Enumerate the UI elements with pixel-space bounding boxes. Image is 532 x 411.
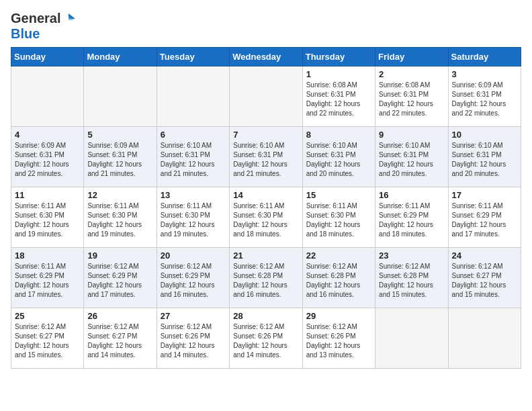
- day-info: Sunrise: 6:12 AM Sunset: 6:28 PM Dayligh…: [233, 262, 298, 300]
- calendar-cell: [448, 308, 521, 369]
- page-header: General Blue: [11, 11, 521, 42]
- day-number: 4: [15, 130, 80, 140]
- day-number: 1: [306, 69, 371, 79]
- day-info: Sunrise: 6:10 AM Sunset: 6:31 PM Dayligh…: [452, 141, 517, 179]
- calendar-cell: 6Sunrise: 6:10 AM Sunset: 6:31 PM Daylig…: [157, 127, 229, 187]
- day-number: 11: [15, 190, 80, 200]
- day-number: 2: [379, 69, 444, 79]
- calendar-week-row: 1Sunrise: 6:08 AM Sunset: 6:31 PM Daylig…: [11, 66, 521, 127]
- day-number: 9: [379, 130, 444, 140]
- day-info: Sunrise: 6:11 AM Sunset: 6:29 PM Dayligh…: [15, 262, 80, 300]
- calendar-day-header: Monday: [84, 48, 157, 66]
- calendar-cell: 7Sunrise: 6:10 AM Sunset: 6:31 PM Daylig…: [230, 127, 302, 187]
- day-info: Sunrise: 6:12 AM Sunset: 6:26 PM Dayligh…: [306, 322, 371, 360]
- calendar-cell: [157, 66, 229, 127]
- calendar-cell: 4Sunrise: 6:09 AM Sunset: 6:31 PM Daylig…: [11, 127, 84, 187]
- day-number: 6: [161, 130, 226, 140]
- day-info: Sunrise: 6:12 AM Sunset: 6:27 PM Dayligh…: [87, 322, 152, 360]
- day-info: Sunrise: 6:12 AM Sunset: 6:28 PM Dayligh…: [306, 262, 371, 300]
- calendar-cell: 23Sunrise: 6:12 AM Sunset: 6:28 PM Dayli…: [375, 248, 448, 308]
- calendar-cell: 9Sunrise: 6:10 AM Sunset: 6:31 PM Daylig…: [375, 127, 448, 187]
- calendar-day-header: Thursday: [302, 48, 375, 66]
- day-number: 28: [233, 311, 298, 321]
- day-info: Sunrise: 6:09 AM Sunset: 6:31 PM Dayligh…: [452, 81, 517, 118]
- day-number: 26: [87, 311, 152, 321]
- day-number: 14: [233, 190, 298, 200]
- day-number: 8: [306, 130, 371, 140]
- calendar-cell: 3Sunrise: 6:09 AM Sunset: 6:31 PM Daylig…: [448, 66, 521, 127]
- day-number: 17: [452, 190, 517, 200]
- day-info: Sunrise: 6:12 AM Sunset: 6:29 PM Dayligh…: [87, 262, 152, 300]
- calendar-cell: 12Sunrise: 6:11 AM Sunset: 6:30 PM Dayli…: [84, 187, 157, 248]
- calendar-cell: 19Sunrise: 6:12 AM Sunset: 6:29 PM Dayli…: [84, 248, 157, 308]
- day-number: 5: [87, 130, 152, 140]
- calendar-cell: [84, 66, 157, 127]
- day-info: Sunrise: 6:10 AM Sunset: 6:31 PM Dayligh…: [306, 141, 371, 179]
- calendar-cell: 17Sunrise: 6:11 AM Sunset: 6:29 PM Dayli…: [448, 187, 521, 248]
- calendar-header-row: SundayMondayTuesdayWednesdayThursdayFrid…: [11, 48, 521, 66]
- calendar-cell: 2Sunrise: 6:08 AM Sunset: 6:31 PM Daylig…: [375, 66, 448, 127]
- day-info: Sunrise: 6:12 AM Sunset: 6:26 PM Dayligh…: [161, 322, 226, 360]
- calendar-cell: 8Sunrise: 6:10 AM Sunset: 6:31 PM Daylig…: [302, 127, 375, 187]
- calendar-cell: 13Sunrise: 6:11 AM Sunset: 6:30 PM Dayli…: [157, 187, 229, 248]
- day-number: 24: [452, 250, 517, 261]
- day-info: Sunrise: 6:10 AM Sunset: 6:31 PM Dayligh…: [379, 141, 444, 179]
- day-info: Sunrise: 6:12 AM Sunset: 6:28 PM Dayligh…: [379, 262, 444, 300]
- day-info: Sunrise: 6:09 AM Sunset: 6:31 PM Dayligh…: [87, 141, 152, 179]
- logo: General Blue: [11, 11, 75, 42]
- day-info: Sunrise: 6:12 AM Sunset: 6:29 PM Dayligh…: [161, 262, 226, 300]
- logo-bird-icon: [62, 12, 75, 26]
- calendar-cell: 28Sunrise: 6:12 AM Sunset: 6:26 PM Dayli…: [230, 308, 302, 369]
- day-info: Sunrise: 6:12 AM Sunset: 6:27 PM Dayligh…: [15, 322, 80, 360]
- calendar-week-row: 18Sunrise: 6:11 AM Sunset: 6:29 PM Dayli…: [11, 248, 521, 308]
- day-info: Sunrise: 6:11 AM Sunset: 6:29 PM Dayligh…: [379, 201, 444, 239]
- calendar-cell: 1Sunrise: 6:08 AM Sunset: 6:31 PM Daylig…: [302, 66, 375, 127]
- calendar-cell: 10Sunrise: 6:10 AM Sunset: 6:31 PM Dayli…: [448, 127, 521, 187]
- day-info: Sunrise: 6:08 AM Sunset: 6:31 PM Dayligh…: [379, 81, 444, 118]
- day-info: Sunrise: 6:11 AM Sunset: 6:30 PM Dayligh…: [233, 201, 298, 239]
- day-number: 22: [306, 250, 371, 261]
- calendar-cell: 25Sunrise: 6:12 AM Sunset: 6:27 PM Dayli…: [11, 308, 84, 369]
- calendar-cell: [11, 66, 84, 127]
- calendar-cell: 29Sunrise: 6:12 AM Sunset: 6:26 PM Dayli…: [302, 308, 375, 369]
- calendar-cell: [375, 308, 448, 369]
- day-info: Sunrise: 6:10 AM Sunset: 6:31 PM Dayligh…: [161, 141, 226, 179]
- day-number: 29: [306, 311, 371, 321]
- calendar-cell: 5Sunrise: 6:09 AM Sunset: 6:31 PM Daylig…: [84, 127, 157, 187]
- day-number: 23: [379, 250, 444, 261]
- day-info: Sunrise: 6:11 AM Sunset: 6:30 PM Dayligh…: [87, 201, 152, 239]
- calendar-cell: 15Sunrise: 6:11 AM Sunset: 6:30 PM Dayli…: [302, 187, 375, 248]
- day-info: Sunrise: 6:11 AM Sunset: 6:30 PM Dayligh…: [161, 201, 226, 239]
- day-number: 20: [161, 250, 226, 261]
- calendar-cell: 14Sunrise: 6:11 AM Sunset: 6:30 PM Dayli…: [230, 187, 302, 248]
- calendar-cell: [230, 66, 302, 127]
- calendar-cell: 16Sunrise: 6:11 AM Sunset: 6:29 PM Dayli…: [375, 187, 448, 248]
- day-number: 25: [15, 311, 80, 321]
- calendar-cell: 24Sunrise: 6:12 AM Sunset: 6:27 PM Dayli…: [448, 248, 521, 308]
- day-number: 13: [161, 190, 226, 200]
- day-number: 16: [379, 190, 444, 200]
- calendar-day-header: Sunday: [11, 48, 84, 66]
- day-info: Sunrise: 6:12 AM Sunset: 6:27 PM Dayligh…: [452, 262, 517, 300]
- calendar-day-header: Tuesday: [157, 48, 229, 66]
- day-info: Sunrise: 6:09 AM Sunset: 6:31 PM Dayligh…: [15, 141, 80, 179]
- day-info: Sunrise: 6:11 AM Sunset: 6:29 PM Dayligh…: [452, 201, 517, 239]
- calendar-cell: 26Sunrise: 6:12 AM Sunset: 6:27 PM Dayli…: [84, 308, 157, 369]
- calendar-cell: 21Sunrise: 6:12 AM Sunset: 6:28 PM Dayli…: [230, 248, 302, 308]
- day-number: 27: [161, 311, 226, 321]
- calendar-day-header: Saturday: [448, 48, 521, 66]
- day-info: Sunrise: 6:12 AM Sunset: 6:26 PM Dayligh…: [233, 322, 298, 360]
- day-info: Sunrise: 6:08 AM Sunset: 6:31 PM Dayligh…: [306, 81, 371, 118]
- day-number: 10: [452, 130, 517, 140]
- calendar-cell: 11Sunrise: 6:11 AM Sunset: 6:30 PM Dayli…: [11, 187, 84, 248]
- calendar-cell: 27Sunrise: 6:12 AM Sunset: 6:26 PM Dayli…: [157, 308, 229, 369]
- calendar-day-header: Friday: [375, 48, 448, 66]
- day-number: 19: [87, 250, 152, 261]
- calendar-week-row: 11Sunrise: 6:11 AM Sunset: 6:30 PM Dayli…: [11, 187, 521, 248]
- calendar-table: SundayMondayTuesdayWednesdayThursdayFrid…: [11, 47, 521, 369]
- day-info: Sunrise: 6:10 AM Sunset: 6:31 PM Dayligh…: [233, 141, 298, 179]
- day-number: 18: [15, 250, 80, 261]
- logo-blue: Blue: [11, 26, 40, 42]
- day-info: Sunrise: 6:11 AM Sunset: 6:30 PM Dayligh…: [15, 201, 80, 239]
- calendar-cell: 20Sunrise: 6:12 AM Sunset: 6:29 PM Dayli…: [157, 248, 229, 308]
